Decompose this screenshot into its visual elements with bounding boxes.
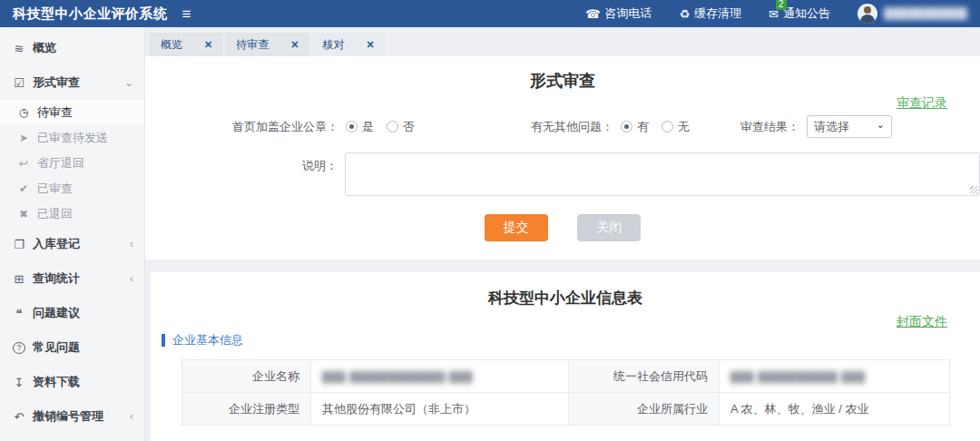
layers-icon: ≋ (13, 42, 25, 55)
select-value: 请选择 (814, 119, 849, 135)
tab-overview[interactable]: 概览 ✕ (150, 33, 223, 56)
resize-handle[interactable] (970, 186, 978, 194)
seal-radio-no[interactable]: 否 (387, 119, 415, 135)
sidebar-item-feedback[interactable]: ❝ 问题建议 (0, 296, 144, 330)
table-row: 企业注册类型 其他股份有限公司（非上市） 企业所属行业 A 农、林、牧、渔业 /… (182, 393, 950, 426)
review-result-select[interactable]: 请选择 ⌄ (807, 115, 892, 138)
sidebar-item-reviewed[interactable]: ✔ 已审查 (0, 176, 144, 201)
sidebar-item-reviewed-to-send[interactable]: ➤ 已审查待发送 (0, 125, 144, 151)
main-area: 概览 ✕ 待审查 ✕ 核对 ✕ 形式审查 审查记录 首页加盖企业公章： (145, 27, 980, 441)
cache-clear-button[interactable]: ♻ 缓存清理 (679, 5, 741, 22)
close-icon[interactable]: ✕ (290, 39, 299, 51)
grid-icon: ⊞ (13, 272, 25, 286)
company-name-label: 企业名称 (182, 360, 311, 393)
seal-radio-group: 是 否 (346, 119, 415, 135)
seal-radio-yes[interactable]: 是 (346, 119, 374, 135)
sidebar-item-label: 已退回 (37, 206, 73, 222)
consult-phone-button[interactable]: ☎ 咨询电话 (585, 5, 652, 22)
close-icon[interactable]: ✕ (366, 39, 374, 51)
sidebar-item-label: 形式审查 (33, 74, 80, 91)
table-row: 企业名称 ███ ████████████ ███ 统一社会信用代码 ███ █… (182, 360, 950, 393)
sidebar-item-label: 已审查待发送 (37, 130, 108, 146)
enterprise-info-card: 科技型中小企业信息表 封面文件 企业基本信息 企业名称 ███ ████████… (151, 272, 980, 441)
chevron-down-icon: ⌄ (124, 76, 133, 89)
radio-dot (621, 121, 632, 132)
registration-type-label: 企业注册类型 (182, 393, 311, 426)
hamburger-menu-icon[interactable]: ≡ (182, 6, 191, 22)
cover-file-link[interactable]: 封面文件 (897, 314, 947, 330)
sidebar-item-revoke-number[interactable]: ↶ 撤销编号管理 ‹ (0, 399, 144, 434)
sidebar: ≋ 概览 ☑ 形式审查 ⌄ ◷ 待审查 ➤ 已审查待发送 ↩ 省厅退回 ✔ 已审… (0, 27, 145, 441)
section-divider (145, 260, 980, 272)
close-button[interactable]: 关闭 (577, 214, 641, 241)
tab-verify[interactable]: 核对 ✕ (311, 33, 385, 56)
sidebar-item-rejected[interactable]: ✖ 已退回 (0, 201, 144, 227)
radio-label: 否 (403, 119, 415, 135)
sidebar-item-label: 待审查 (37, 104, 73, 121)
submit-button[interactable]: 提交 (485, 214, 548, 241)
credit-code-label: 统一社会信用代码 (569, 360, 720, 393)
sidebar-item-downloads[interactable]: ↧ 资料下载 (0, 365, 144, 399)
radio-dot (387, 121, 398, 132)
tab-label: 核对 (322, 37, 344, 53)
user-menu[interactable]: ████████████ (858, 4, 967, 24)
close-icon[interactable]: ✕ (204, 39, 212, 51)
sidebar-item-formal-review[interactable]: ☑ 形式审查 ⌄ (0, 65, 144, 100)
username-redacted: ████████████ (884, 7, 967, 20)
tab-pending-review[interactable]: 待审查 ✕ (225, 33, 309, 56)
checkbox-icon: ☑ (13, 76, 25, 90)
avatar (858, 4, 877, 24)
radio-label: 有 (637, 119, 649, 135)
issues-field-label: 有无其他问题： (531, 119, 613, 135)
credit-code-value: ███ ██████████ ███ (720, 360, 950, 393)
info-table-title: 科技型中小企业信息表 (151, 288, 980, 309)
recycle-icon: ♻ (679, 8, 690, 20)
basic-info-label: 企业基本信息 (172, 332, 243, 348)
section-accent-bar (162, 334, 165, 347)
seal-field-label: 首页加盖企业公章： (232, 119, 338, 135)
tab-label: 概览 (161, 37, 182, 53)
sidebar-item-overview[interactable]: ≋ 概览 (0, 31, 144, 65)
speech-bubble-icon: ❝ (13, 307, 25, 320)
sidebar-item-label: 常见问题 (33, 339, 80, 356)
clock-icon: ◷ (17, 106, 30, 119)
sidebar-item-pending-review[interactable]: ◷ 待审查 (0, 100, 144, 125)
radio-label: 无 (678, 119, 690, 135)
sidebar-item-province-returned[interactable]: ↩ 省厅退回 (0, 151, 144, 176)
sidebar-item-label: 问题建议 (33, 305, 80, 321)
chevron-left-icon: ‹ (130, 272, 133, 285)
sidebar-item-label: 查询统计 (33, 270, 80, 287)
sidebar-item-label: 已审查 (37, 181, 73, 197)
download-icon: ↧ (13, 376, 25, 389)
tab-bar: 概览 ✕ 待审查 ✕ 核对 ✕ (145, 27, 980, 56)
sidebar-item-registry[interactable]: ❐ 入库登记 ‹ (0, 227, 144, 261)
return-arrow-icon: ↩ (17, 157, 30, 170)
chevron-left-icon: ‹ (130, 238, 133, 250)
redacted-value: ███ ██████████ ███ (730, 371, 866, 382)
company-name-value: ███ ████████████ ███ (311, 360, 569, 393)
book-icon: ❐ (13, 238, 25, 251)
paper-plane-icon: ➤ (17, 132, 30, 144)
radio-dot (662, 121, 673, 132)
issues-radio-yes[interactable]: 有 (621, 119, 649, 135)
note-textarea[interactable] (345, 152, 980, 196)
sidebar-item-label: 资料下载 (33, 374, 80, 390)
sidebar-item-query-stats[interactable]: ⊞ 查询统计 ‹ (0, 261, 144, 296)
issues-radio-no[interactable]: 无 (662, 119, 690, 135)
notifications-label: 通知公告 (783, 5, 830, 22)
redacted-value: ███ ████████████ ███ (322, 371, 473, 382)
result-field-label: 审查结果： (740, 119, 799, 135)
cross-icon: ✖ (17, 208, 30, 220)
check-icon: ✔ (17, 182, 30, 195)
notifications-button[interactable]: 2 ✉ 通知公告 (769, 5, 830, 22)
header-actions: ☎ 咨询电话 ♻ 缓存清理 2 ✉ 通知公告 ████████████ (585, 4, 967, 24)
formal-review-section: 形式审查 审查记录 首页加盖企业公章： 是 否 有无其他问题： (145, 56, 980, 260)
industry-value: A 农、林、牧、渔业 / 农业 (720, 393, 950, 426)
tab-label: 待审查 (236, 37, 269, 53)
sidebar-item-label: 入库登记 (33, 236, 80, 252)
top-header: 科技型中小企业评价系统 ≡ ☎ 咨询电话 ♻ 缓存清理 2 ✉ 通知公告 ███… (0, 0, 980, 27)
basic-info-section-header: 企业基本信息 (162, 332, 980, 348)
review-records-link[interactable]: 审查记录 (897, 95, 947, 112)
chevron-left-icon: ‹ (130, 410, 133, 423)
sidebar-item-faq[interactable]: ? 常见问题 (0, 330, 144, 365)
